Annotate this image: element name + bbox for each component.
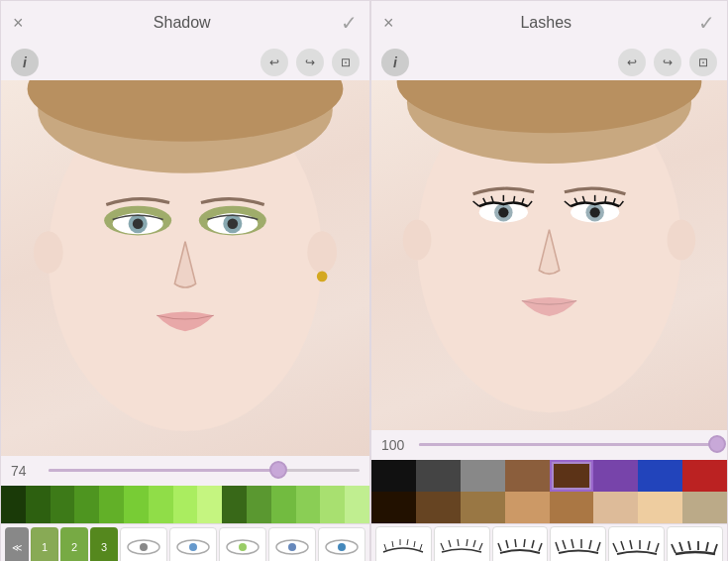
- color-swatch-3[interactable]: [51, 486, 75, 523]
- shadow-color-palette: [1, 486, 369, 523]
- svg-line-56: [449, 540, 451, 547]
- lash-color-black[interactable]: [371, 460, 416, 492]
- svg-line-55: [441, 543, 444, 550]
- main-container: × Shadow ✓ i ↩ ↪ ⊡: [0, 0, 728, 561]
- svg-line-79: [672, 544, 676, 553]
- lashes-info-button[interactable]: i: [381, 49, 409, 76]
- lash-style-tab-1[interactable]: [375, 526, 432, 561]
- lashes-slider-thumb[interactable]: [708, 435, 726, 453]
- svg-line-77: [648, 541, 650, 550]
- lash-color-lighttan[interactable]: [505, 492, 550, 523]
- lash-color-blue[interactable]: [638, 460, 682, 492]
- lashes-color-row-2: [371, 492, 727, 523]
- svg-line-81: [688, 541, 690, 550]
- lashes-confirm-button[interactable]: ✓: [698, 11, 715, 35]
- lashes-bottom-tabs: [371, 523, 727, 561]
- svg-point-31: [498, 207, 508, 217]
- lash-color-purple[interactable]: [593, 460, 638, 492]
- lashes-face-placeholder: [371, 80, 727, 430]
- shadow-slider-track[interactable]: [49, 469, 360, 472]
- shadow-confirm-button[interactable]: ✓: [341, 11, 358, 35]
- lash-color-beige[interactable]: [593, 492, 638, 523]
- lash-color-gray[interactable]: [461, 460, 505, 492]
- lash-color-brown[interactable]: [505, 460, 550, 492]
- color-swatch-8[interactable]: [173, 486, 198, 523]
- lashes-panel: × Lashes ✓ i ↩ ↪ ⊡: [370, 0, 728, 561]
- lashes-header: × Lashes ✓: [371, 1, 727, 45]
- color-swatch-2[interactable]: [26, 486, 51, 523]
- lash-color-red[interactable]: [682, 460, 727, 492]
- svg-line-49: [384, 544, 386, 550]
- svg-line-44: [605, 196, 606, 202]
- svg-line-63: [515, 539, 516, 547]
- lash-color-darkbrown[interactable]: [550, 460, 594, 492]
- shadow-frame-button[interactable]: ⊡: [332, 49, 360, 76]
- svg-line-37: [514, 196, 515, 202]
- shadow-undo-button[interactable]: ↩: [260, 49, 288, 76]
- lash-style-tab-2[interactable]: [434, 526, 490, 561]
- shadow-tab-3[interactable]: 3: [90, 527, 118, 561]
- svg-line-52: [407, 539, 408, 545]
- color-swatch-13[interactable]: [296, 486, 321, 523]
- shadow-eye-tab-4[interactable]: [268, 527, 316, 561]
- svg-line-50: [392, 541, 393, 547]
- shadow-panel: × Shadow ✓ i ↩ ↪ ⊡: [0, 0, 370, 561]
- shadow-eye-tab-5[interactable]: [318, 527, 365, 561]
- lashes-close-button[interactable]: ×: [383, 13, 394, 34]
- shadow-tab-2[interactable]: 2: [60, 527, 88, 561]
- lashes-toolbar: i ↩ ↪ ⊡: [371, 45, 727, 80]
- svg-point-47: [403, 219, 432, 260]
- svg-line-53: [414, 541, 415, 547]
- color-swatch-5[interactable]: [99, 486, 124, 523]
- color-swatch-4[interactable]: [74, 486, 99, 523]
- shadow-nav-arrows[interactable]: ≪: [5, 527, 29, 561]
- color-swatch-12[interactable]: [271, 486, 296, 523]
- shadow-slider-thumb[interactable]: [269, 461, 287, 479]
- lashes-slider-track[interactable]: [419, 443, 717, 446]
- svg-line-84: [714, 544, 717, 553]
- color-swatch-9[interactable]: [197, 486, 222, 523]
- color-swatch-11[interactable]: [247, 486, 271, 523]
- shadow-redo-button[interactable]: ↪: [296, 49, 324, 76]
- shadow-info-button[interactable]: i: [11, 49, 39, 76]
- svg-point-10: [228, 218, 239, 229]
- svg-line-62: [506, 540, 508, 548]
- lashes-face-area: [371, 80, 727, 430]
- shadow-face-svg: [1, 80, 369, 456]
- svg-point-11: [34, 231, 63, 274]
- shadow-eye-tab-2[interactable]: [169, 527, 217, 561]
- svg-line-74: [621, 541, 624, 550]
- svg-line-66: [539, 543, 542, 551]
- color-swatch-10[interactable]: [222, 486, 247, 523]
- shadow-eye-tab-1[interactable]: [120, 527, 167, 561]
- svg-point-15: [140, 543, 148, 551]
- lash-color-nude[interactable]: [682, 492, 727, 523]
- color-swatch-15[interactable]: [345, 486, 369, 523]
- lashes-slider-value: 100: [381, 437, 411, 453]
- svg-point-48: [667, 219, 695, 260]
- shadow-close-button[interactable]: ×: [13, 13, 24, 34]
- svg-line-69: [572, 539, 573, 548]
- shadow-tab-1[interactable]: 1: [31, 527, 58, 561]
- lash-color-caramel[interactable]: [550, 492, 594, 523]
- lash-color-verydarkbrown[interactable]: [371, 492, 416, 523]
- lash-color-lightbeige[interactable]: [638, 492, 682, 523]
- lash-color-tan[interactable]: [461, 492, 505, 523]
- lash-style-tab-5[interactable]: [608, 526, 665, 561]
- svg-line-73: [613, 543, 617, 552]
- lash-color-darkgray[interactable]: [416, 460, 461, 492]
- color-swatch-6[interactable]: [124, 486, 149, 523]
- lashes-redo-button[interactable]: ↪: [654, 49, 681, 76]
- lashes-frame-button[interactable]: ⊡: [689, 49, 717, 76]
- shadow-eye-tab-3[interactable]: [219, 527, 266, 561]
- svg-point-17: [189, 543, 197, 551]
- lash-color-mediumbrown[interactable]: [416, 492, 461, 523]
- color-swatch-1[interactable]: [1, 486, 26, 523]
- lashes-color-palette: [371, 460, 727, 523]
- lash-style-tab-3[interactable]: [492, 526, 549, 561]
- lash-style-tab-6[interactable]: [667, 526, 723, 561]
- color-swatch-7[interactable]: [149, 486, 173, 523]
- color-swatch-14[interactable]: [320, 486, 345, 523]
- lashes-undo-button[interactable]: ↩: [618, 49, 646, 76]
- lash-style-tab-4[interactable]: [550, 526, 606, 561]
